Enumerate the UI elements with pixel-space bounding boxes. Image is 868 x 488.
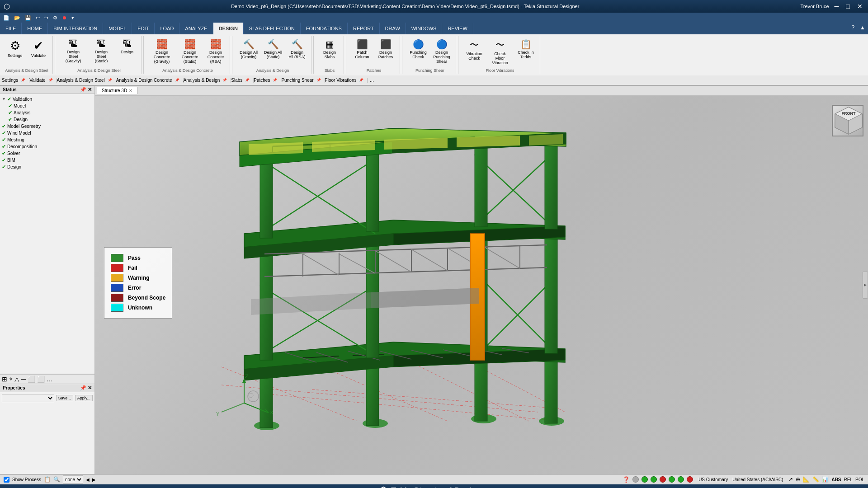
tree-item-bim[interactable]: ✔ BIM (2, 157, 93, 164)
tab-analyze[interactable]: ANALYZE (179, 23, 213, 34)
qa-save-button[interactable]: 💾 (24, 14, 33, 21)
qa-open-button[interactable]: 📂 (13, 14, 22, 21)
tab-close-icon[interactable]: ✕ (129, 88, 132, 93)
panel-tool-more[interactable]: … (47, 375, 53, 383)
tab-report[interactable]: REPORT (348, 23, 380, 34)
maximize-button[interactable]: □ (844, 3, 852, 10)
apply-button[interactable]: Apply... (75, 395, 93, 401)
tree-item-meshing[interactable]: ✔ Meshing (2, 136, 93, 143)
ribbon-content: ⚙ Settings ✔ Validate Analysis & Design … (0, 34, 868, 75)
sub-punching-label: Punching Shear (281, 78, 313, 83)
tree-item-decomposition[interactable]: ✔ Decomposition (2, 143, 93, 150)
patch-column-button[interactable]: ⬛ PatchColumn (351, 38, 373, 61)
props-select-row: Save... Apply... (2, 394, 93, 402)
tree-item-design-root[interactable]: ✔ Design (2, 164, 93, 170)
tree-item-model-geometry[interactable]: ✔ Model Geometry (2, 123, 93, 130)
panel-tool-1[interactable]: ⊞ (2, 375, 7, 383)
qa-settings-button[interactable]: ⚙ (52, 14, 59, 21)
tree-item-analysis[interactable]: ✔ Analysis (8, 109, 93, 116)
tree-item-wind-model[interactable]: ✔ Wind Model (2, 130, 93, 136)
design-concrete-rsa-button[interactable]: 🧱 DesignConcrete(RSA) (204, 38, 227, 65)
panel-tool-4[interactable]: ─ (21, 375, 26, 383)
design-slabs-button[interactable]: ▦ DesignSlabs (318, 38, 341, 61)
show-process-label: Show Process (12, 477, 41, 482)
coord-icon-5: 📊 (822, 476, 829, 483)
check-icon-wm: ✔ (2, 130, 6, 136)
design-concrete-gravity-button[interactable]: 🧱 Design Concrete(Gravity) (148, 38, 175, 65)
tab-windows[interactable]: WINDOWS (406, 23, 443, 34)
error-swatch (111, 284, 123, 292)
group-floor-vibrations: 〜 VibrationCheck 〜 Check FloorVibration … (460, 36, 540, 74)
more-groups-button[interactable]: … (368, 78, 376, 83)
nav-arrow-next[interactable]: ▶ (92, 477, 96, 482)
tree-label-design: Design (14, 117, 28, 122)
punching-check-button[interactable]: 🔵 PunchingCheck (407, 38, 429, 61)
structure-3d-tab-label: Structure 3D (102, 88, 127, 93)
ribbon-help-button[interactable]: ? (849, 23, 857, 34)
props-pin-button[interactable]: 📌 (80, 385, 86, 391)
tab-home[interactable]: HOME (22, 23, 48, 34)
nav-cube-face[interactable]: FRONT (832, 105, 863, 136)
viewport-canvas[interactable]: Z X Y Pass (95, 96, 868, 474)
design-all-static-button[interactable]: 🔨 Design All(Static) (261, 38, 285, 61)
qa-undo-button[interactable]: ↩ (34, 14, 41, 21)
tab-bim-integration[interactable]: BIM INTEGRATION (48, 23, 103, 34)
vibration-check-button[interactable]: 〜 VibrationCheck (463, 38, 486, 62)
tab-edit[interactable]: EDIT (132, 23, 155, 34)
status-pin-button[interactable]: 📌 (80, 87, 86, 93)
qa-new-button[interactable]: 📄 (2, 14, 11, 21)
settings-button[interactable]: ⚙ Settings (4, 38, 26, 59)
close-button[interactable]: ✕ (855, 3, 864, 10)
ribbon-collapse-button[interactable]: ▲ (857, 23, 868, 34)
scroll-indicator-right[interactable]: ▶ (863, 272, 868, 299)
qa-record-button[interactable]: ⏺ (61, 14, 68, 21)
structure-3d-tab[interactable]: Structure 3D ✕ (97, 87, 137, 94)
show-process-checkbox[interactable] (4, 477, 9, 483)
design-all-rsa-button[interactable]: 🔨 DesignAll (RSA) (286, 38, 308, 61)
panel-tool-3[interactable]: △ (14, 375, 19, 383)
tab-load[interactable]: LOAD (155, 23, 179, 34)
tab-foundations[interactable]: FOUNDATIONS (301, 23, 348, 34)
qa-redo-button[interactable]: ↪ (43, 14, 50, 21)
status-close-button[interactable]: ✕ (88, 87, 92, 93)
navigation-cube[interactable]: FRONT (832, 105, 863, 136)
props-close-button[interactable]: ✕ (88, 385, 92, 391)
minimize-button[interactable]: ─ (833, 3, 841, 10)
qa-more-button[interactable]: ▾ (70, 14, 75, 21)
save-button[interactable]: Save... (56, 395, 73, 401)
design-punching-shear-button[interactable]: 🔵 DesignPunchingShear (430, 38, 453, 65)
panel-tool-6[interactable]: ⬜ (37, 375, 45, 383)
design-button[interactable]: 🏗 Design (116, 38, 138, 56)
design-slabs-icon: ▦ (326, 39, 334, 50)
divider-7 (458, 36, 458, 74)
process-dropdown[interactable]: none (63, 475, 83, 483)
properties-select[interactable] (2, 394, 54, 402)
vibration-check-icon: 〜 (470, 39, 479, 51)
tab-review[interactable]: REVIEW (442, 23, 473, 34)
tree-label-solver: Solver (7, 151, 20, 156)
help-icon[interactable]: ❓ (623, 476, 630, 483)
nav-arrow-prev[interactable]: ◀ (86, 477, 90, 482)
tab-design[interactable]: DESIGN (213, 23, 244, 34)
ribbon: FILE HOME BIM INTEGRATION MODEL EDIT LOA… (0, 23, 868, 86)
design-concrete-static-button[interactable]: 🧱 Design Concrete(Static) (176, 38, 203, 65)
design-steel-gravity-button[interactable]: 🏗 Design Steel(Gravity) (60, 38, 87, 65)
tree-item-solver[interactable]: ✔ Solver (2, 150, 93, 157)
design-label: Design (121, 50, 133, 55)
design-patches-button[interactable]: ⬛ DesignPatches (374, 38, 397, 61)
panel-tool-2[interactable]: ⌖ (9, 375, 13, 383)
tree-item-validation[interactable]: ▼ ✔ Validation (2, 96, 93, 103)
tab-slab-deflection[interactable]: SLAB DEFLECTION (244, 23, 301, 34)
check-floor-vibration-button[interactable]: 〜 Check FloorVibration (486, 38, 514, 66)
check-in-tedds-button[interactable]: 📋 Check InTedds (514, 38, 537, 61)
validate-button[interactable]: ✔ Validate (27, 38, 50, 59)
tree-item-design[interactable]: ✔ Design (8, 116, 93, 123)
design-all-gravity-button[interactable]: 🔨 Design All(Gravity) (237, 38, 260, 61)
tab-model[interactable]: MODEL (103, 23, 132, 34)
panel-tool-5[interactable]: ⬜ (28, 375, 35, 383)
check-icon: ✔ (7, 96, 11, 102)
tree-item-model[interactable]: ✔ Model (8, 103, 93, 109)
tab-file[interactable]: FILE (0, 23, 22, 34)
design-steel-static-button[interactable]: 🏗 Design Steel(Static) (88, 38, 115, 65)
tab-draw[interactable]: DRAW (380, 23, 406, 34)
